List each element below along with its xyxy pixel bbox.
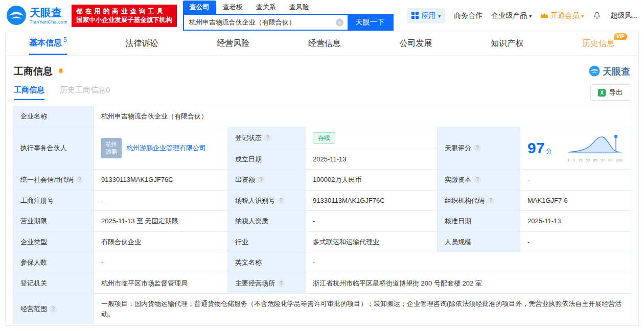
- field-label-approval-date: 核准日期: [438, 211, 520, 232]
- caret-down-icon: ▾: [529, 13, 532, 19]
- tab-basic-info[interactable]: 基本信息5: [29, 32, 67, 55]
- help-icon[interactable]: ?: [278, 280, 285, 287]
- crown-icon: [540, 12, 548, 20]
- subtab-history-business-info[interactable]: 历史工商信息0: [60, 85, 110, 100]
- help-icon[interactable]: ?: [258, 176, 265, 183]
- brand-logo-icon: [589, 65, 600, 78]
- caret-down-icon: ▾: [438, 13, 441, 19]
- promo-banner: 都在用的商业查询工具 国家中小企业发展子基金旗下机构: [72, 5, 177, 27]
- company-nav-tabs: 基本信息5 法律诉讼 经营风险 经营信息 公司发展 知识产权 历史信息 VIP: [6, 32, 638, 56]
- field-value-staff-size: -: [520, 231, 631, 252]
- field-value-reg-authority: 杭州市临平区市场监督管理局: [94, 273, 228, 294]
- field-label-partner: 执行事务合伙人: [13, 127, 94, 170]
- subscribe-bell-icon[interactable]: [57, 67, 65, 76]
- status-badge: 存续: [313, 132, 335, 144]
- apps-menu[interactable]: 应用 ▾: [407, 8, 445, 23]
- tab-operational-risk[interactable]: 经营风险: [217, 32, 249, 55]
- field-value-insured: -: [94, 252, 228, 273]
- menu-vip[interactable]: 开通会员 ▾: [540, 11, 584, 20]
- subtab-business-info[interactable]: 工商信息: [14, 85, 44, 100]
- search-tab-relation[interactable]: 查关系: [249, 1, 283, 14]
- caret-down-icon: ▾: [581, 13, 584, 19]
- field-value-company-type: 有限合伙企业: [94, 231, 228, 252]
- help-icon[interactable]: ?: [474, 145, 481, 152]
- clear-icon[interactable]: ×: [336, 18, 343, 26]
- tab-intellectual-property[interactable]: 知识产权: [491, 32, 523, 55]
- field-value-company-name: 杭州申吉物流合伙企业（有限合伙）: [94, 106, 631, 127]
- export-button[interactable]: X 导出: [590, 84, 630, 101]
- search-area: 查公司 查老板 查关系 查风险 × 天眼一下: [183, 1, 394, 31]
- table-row: 登记机关 杭州市临平区市场监督管理局 主要经营场所? 浙江省杭州市临平区星桥街道…: [13, 273, 631, 294]
- search-tab-company[interactable]: 查公司: [183, 1, 216, 14]
- company-detail-card: 基本信息5 法律诉讼 经营风险 经营信息 公司发展 知识产权 历史信息 VIP …: [5, 32, 639, 326]
- search-tab-boss[interactable]: 查老板: [216, 1, 249, 14]
- field-value-business-scope: 一般项目：国内货物运输代理；普通货物仓储服务（不含危险化学品等需许可审批的项目）…: [94, 294, 631, 324]
- help-icon[interactable]: ?: [487, 197, 494, 204]
- table-row: 参保人数 - 英文名称 -: [13, 252, 631, 273]
- brand-watermark: 天眼查: [589, 65, 630, 78]
- tab-legal-proceedings[interactable]: 法律诉讼: [125, 32, 158, 55]
- tab-company-development[interactable]: 公司发展: [400, 32, 432, 55]
- field-value-business-term: 2025-11-13 至 无固定期限: [94, 211, 228, 232]
- tab-history-info[interactable]: 历史信息 VIP: [582, 32, 615, 55]
- search-input[interactable]: [184, 15, 348, 30]
- tab-count-badge: 5: [63, 36, 67, 43]
- score-chart: 131550859799100: [567, 133, 624, 164]
- field-label-org-code: 组织机构代码?: [438, 190, 520, 211]
- field-label-reg-number: 工商注册号: [13, 190, 94, 211]
- menu-products[interactable]: 企业级产品 ▾: [491, 11, 532, 20]
- partner-company-link[interactable]: 杭州游鹏企业管理有限公司: [126, 143, 206, 153]
- business-info-table: 企业名称 杭州申吉物流合伙企业（有限合伙） 执行事务合伙人 杭州 游鹏 杭州游鹏…: [13, 106, 631, 324]
- search-tab-risk[interactable]: 查风险: [283, 1, 316, 14]
- help-icon[interactable]: ?: [76, 176, 83, 183]
- table-row: 经营范围? 一般项目：国内货物运输代理；普通货物仓储服务（不含危险化学品等需许可…: [13, 294, 631, 324]
- table-row: 企业名称 杭州申吉物流合伙企业（有限合伙）: [13, 106, 631, 127]
- field-value-reg-number: -: [94, 190, 228, 211]
- search-button[interactable]: 天眼一下: [348, 15, 393, 30]
- tab-business-info[interactable]: 经营信息: [308, 32, 341, 55]
- apps-label: 应用: [421, 11, 435, 20]
- field-label-company-name: 企业名称: [13, 106, 94, 127]
- field-label-reg-authority: 登记机关: [13, 273, 94, 294]
- help-icon[interactable]: ?: [278, 197, 285, 204]
- field-label-credit-code: 统一社会信用代码?: [13, 170, 94, 191]
- field-label-company-type: 企业类型: [13, 231, 94, 252]
- menu-super-risk[interactable]: 超级风...: [610, 11, 638, 20]
- field-value-org-code: MAK1GJF7-6: [520, 190, 631, 211]
- help-icon[interactable]: ?: [264, 134, 271, 141]
- help-icon[interactable]: ?: [474, 176, 481, 183]
- excel-icon: X: [598, 89, 606, 97]
- notification-bell-icon[interactable]: [592, 11, 602, 20]
- section-header: 工商信息 天眼查: [14, 65, 630, 78]
- grid-icon: [411, 12, 419, 20]
- field-value-capital: 100002万人民币: [306, 170, 438, 191]
- promo-line2: 国家中小企业发展子基金旗下机构: [76, 16, 172, 25]
- page-title: 工商信息: [14, 65, 53, 78]
- tianyancha-logo-icon: [6, 5, 27, 27]
- help-icon[interactable]: ?: [50, 305, 57, 313]
- table-row: 执行事务合伙人 杭州 游鹏 杭州游鹏企业管理有限公司 登记状态?: [13, 127, 631, 149]
- field-value-industry: 多式联运和运输代理业: [306, 231, 438, 252]
- brand-text: 天眼查: [603, 65, 630, 78]
- field-label-business-site: 主要经营场所?: [228, 273, 306, 294]
- field-label-paid-capital: 实缴资本?: [438, 170, 520, 191]
- field-value-paid-capital: -: [520, 170, 631, 191]
- field-label-capital: 出资额?: [228, 170, 306, 191]
- field-value-english-name: -: [306, 252, 631, 273]
- field-label-taxpayer-quality: 纳税人资质: [228, 211, 306, 232]
- table-row: 统一社会信用代码? 91330113MAK1GJF76C 出资额? 100002…: [13, 170, 631, 191]
- score-value: 97 分: [527, 136, 551, 159]
- field-value-approval-date: 2025-11-13: [520, 211, 631, 232]
- field-label-english-name: 英文名称: [228, 252, 306, 273]
- table-row: 营业期限 2025-11-13 至 无固定期限 纳税人资质 - 核准日期 202…: [13, 211, 631, 232]
- field-label-establish-date: 成立日期: [228, 149, 306, 170]
- top-menu: 应用 ▾ 商务合作 企业级产品 ▾ 开通会员 ▾ 超级风...: [407, 8, 638, 23]
- top-header: 天眼查 TianYanCha.com 都在用的商业查询工具 国家中小企业发展子基…: [0, 0, 644, 32]
- search-box: × 天眼一下: [183, 14, 394, 31]
- partner-logo: 杭州 游鹏: [101, 138, 122, 158]
- field-value-score: 97 分 1315: [520, 127, 631, 170]
- field-value-partner: 杭州 游鹏 杭州游鹏企业管理有限公司: [94, 127, 228, 170]
- menu-cooperation[interactable]: 商务合作: [454, 11, 482, 20]
- tianyancha-logo[interactable]: 天眼查 TianYanCha.com: [6, 5, 67, 27]
- field-label-industry: 行业: [228, 231, 306, 252]
